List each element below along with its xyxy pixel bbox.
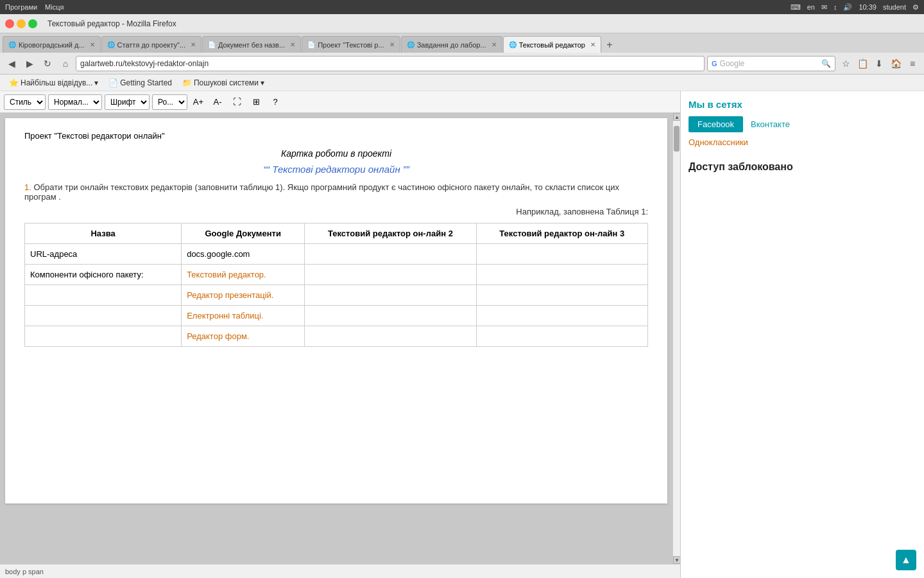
tab-4[interactable]: 🌐 Завдання до лабор... ✕ xyxy=(401,36,502,53)
os-menu-left[interactable]: Програми Місця xyxy=(5,3,64,11)
doc-scroll-wrap[interactable]: Проект "Текстові редактори онлайн" Картк… xyxy=(0,113,672,564)
col-header-1: Google Документи xyxy=(182,223,305,244)
bookmark-icon-0: ⭐ xyxy=(9,78,19,87)
doc-page: Проект "Текстові редактори онлайн" Картк… xyxy=(5,118,667,504)
tab-bar: 🌐 Кіровоградський д... ✕ 🌐 Стаття до про… xyxy=(0,33,924,53)
fullscreen-button[interactable]: ⛶ xyxy=(228,94,245,110)
help-button[interactable]: ? xyxy=(267,94,284,110)
task-text: Обрати три онлайн текстових редакторів (… xyxy=(24,182,619,202)
sidebar: Мы в сетях Facebook Вконтакте Одноклассн… xyxy=(680,91,924,578)
doc-quote-block: ““ Текстові редактори онлайн ”” xyxy=(24,164,648,175)
tab-0[interactable]: 🌐 Кіровоградський д... ✕ xyxy=(3,36,101,53)
os-top-bar: Програми Місця ⌨ en ✉ ↕ 🔊 10:39 student … xyxy=(0,0,924,14)
tab-3[interactable]: 📄 Проект "Текстові р... ✕ xyxy=(302,36,400,53)
size-select[interactable]: Ро... xyxy=(152,94,187,110)
os-menu-places[interactable]: Місця xyxy=(45,3,64,11)
bookmark-2[interactable]: 📁 Пошукові системи ▾ xyxy=(178,77,268,89)
address-bar[interactable]: galartweb.ru/tekstovyj-redaktor-onlajn xyxy=(76,56,705,71)
bookmark-0[interactable]: ⭐ Найбільш відвідув... ▾ xyxy=(5,77,102,89)
tab-close-0[interactable]: ✕ xyxy=(90,41,95,48)
refresh-button[interactable]: ↻ xyxy=(40,56,55,71)
search-placeholder: Google xyxy=(720,59,745,68)
cell-1-3 xyxy=(476,265,647,285)
tab-5[interactable]: 🌐 Текстовый редактор ✕ xyxy=(503,36,601,53)
menu-button[interactable]: ≡ xyxy=(905,56,920,71)
bookmark-1[interactable]: 📄 Getting Started xyxy=(105,77,176,89)
cell-4-2 xyxy=(305,326,476,347)
cell-3-0 xyxy=(25,306,182,326)
tab-label-2: Документ без назв... xyxy=(218,41,285,49)
cell-1-1: Текстовий редактор. xyxy=(182,265,305,285)
search-icon[interactable]: 🔍 xyxy=(821,59,831,68)
close-button[interactable] xyxy=(5,19,14,28)
card-title: Картка роботи в проекті xyxy=(24,148,648,159)
col-header-0: Назва xyxy=(25,223,182,244)
tab-label-3: Проект "Текстові р... xyxy=(318,41,384,49)
cell-1-0: Компоненти офісного пакету: xyxy=(25,265,182,285)
task-number: 1. xyxy=(24,182,31,192)
address-text: galartweb.ru/tekstovyj-redaktor-onlajn xyxy=(80,59,209,68)
font-select[interactable]: Шрифт xyxy=(105,94,150,110)
bookmark-label-2: Пошукові системи xyxy=(194,78,259,87)
editor-scroll-area: Проект "Текстові редактори онлайн" Картк… xyxy=(0,113,680,564)
homefull-button[interactable]: 🏠 xyxy=(888,56,903,71)
lang-indicator[interactable]: en xyxy=(807,3,815,11)
tab-close-5[interactable]: ✕ xyxy=(590,41,595,48)
style-select[interactable]: Стиль xyxy=(4,94,46,110)
home-button[interactable]: ⌂ xyxy=(58,56,73,71)
tab-favicon-5: 🌐 xyxy=(509,41,517,48)
forward-button[interactable]: ▶ xyxy=(22,56,37,71)
scroll-up-arrow[interactable]: ▲ xyxy=(673,113,680,121)
status-path: body p span xyxy=(5,568,44,575)
project-header: Проект "Текстові редактори онлайн" xyxy=(24,131,648,141)
tab-label-4: Завдання до лабор... xyxy=(417,41,486,49)
new-tab-button[interactable]: + xyxy=(602,37,617,53)
back-to-top-button[interactable]: ▲ xyxy=(896,550,916,570)
scroll-down-arrow[interactable]: ▼ xyxy=(673,556,680,564)
social-buttons: Facebook Вконтакте xyxy=(689,116,916,132)
minimize-button[interactable] xyxy=(17,19,26,28)
download-button[interactable]: ⬇ xyxy=(871,56,887,71)
table-row: Редактор презентацій. xyxy=(25,285,648,306)
cell-3-3 xyxy=(476,306,647,326)
tab-favicon-4: 🌐 xyxy=(407,41,415,48)
os-menu-programs[interactable]: Програми xyxy=(5,3,37,11)
tab-close-3[interactable]: ✕ xyxy=(389,41,395,48)
font-decrease-button[interactable]: A- xyxy=(209,94,226,110)
network-icon: ↕ xyxy=(834,3,837,11)
maximize-button[interactable] xyxy=(28,19,37,28)
back-button[interactable]: ◀ xyxy=(4,56,19,71)
scroll-thumb[interactable] xyxy=(674,126,680,152)
volume-icon: 🔊 xyxy=(843,3,852,12)
window-controls[interactable] xyxy=(5,19,37,28)
bookmark-list-button[interactable]: 📋 xyxy=(855,56,870,71)
scroll-track[interactable]: ▲ ▼ xyxy=(672,113,680,564)
tab-close-1[interactable]: ✕ xyxy=(191,41,196,48)
search-bar[interactable]: G Google 🔍 xyxy=(707,56,835,71)
bookmark-star-button[interactable]: ☆ xyxy=(838,56,853,71)
browser-window: Текстовый редактор - Mozilla Firefox 🌐 К… xyxy=(0,14,924,578)
tab-2[interactable]: 📄 Документ без назв... ✕ xyxy=(202,36,301,53)
source-button[interactable]: ⊞ xyxy=(248,94,264,110)
browser-title: Текстовый редактор - Mozilla Firefox xyxy=(47,19,176,28)
facebook-button[interactable]: Facebook xyxy=(689,116,743,132)
tab-favicon-1: 🌐 xyxy=(107,41,115,48)
social-section: Мы в сетях Facebook Вконтакте Одноклассн… xyxy=(689,99,916,147)
settings-icon[interactable]: ⚙ xyxy=(912,3,919,12)
bookmark-icon-2: 📁 xyxy=(182,78,192,87)
odnoklassniki-link[interactable]: Одноклассники xyxy=(689,137,916,147)
odnoklassniki-anchor[interactable]: Одноклассники xyxy=(689,137,748,147)
format-select[interactable]: Нормал... xyxy=(48,94,102,110)
tab-close-2[interactable]: ✕ xyxy=(290,41,295,48)
email-icon: ✉ xyxy=(821,3,827,12)
font-increase-button[interactable]: A+ xyxy=(190,94,207,110)
table-row: Електронні таблиці. xyxy=(25,306,648,326)
bookmark-icon-1: 📄 xyxy=(108,78,118,87)
cell-2-0 xyxy=(25,285,182,306)
editor-toolbar: Стиль Нормал... Шрифт Ро... A+ A- ⛶ ⊞ ? xyxy=(0,91,680,113)
vkontakte-button[interactable]: Вконтакте xyxy=(748,116,792,132)
tab-label-1: Стаття до проекту"... xyxy=(117,41,185,49)
quote-text: Текстові редактори онлайн xyxy=(272,164,400,175)
tab-close-4[interactable]: ✕ xyxy=(492,41,497,48)
tab-1[interactable]: 🌐 Стаття до проекту"... ✕ xyxy=(101,36,201,53)
